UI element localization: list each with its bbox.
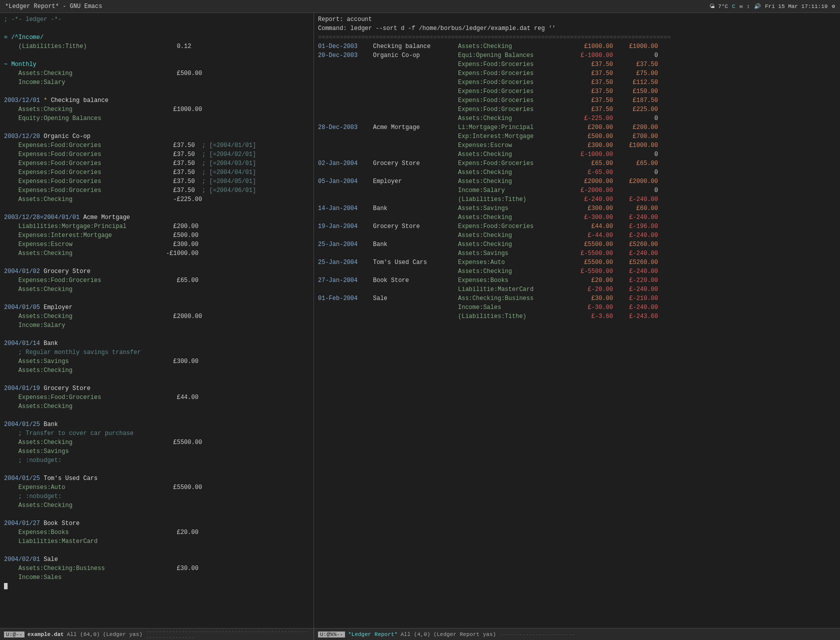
status-bar: U:@-- example.dat All (64,0) (Ledger yas… — [0, 628, 840, 640]
entry-row: 25-Jan-2004 Bank Assets:Checking £5500.0… — [318, 240, 836, 249]
entry-row: Exp:Interest:Mortgage £500.00 £700.00 — [318, 132, 836, 141]
entry-row: Assets:Savings £-5500.00 £-240.00 — [318, 249, 836, 258]
refresh-icon[interactable]: C — [732, 4, 736, 10]
entry-row: Liabilitie:MasterCard £-20.00 £-240.00 — [318, 285, 836, 294]
entry-row: Assets:Checking £-300.00 £-240.00 — [318, 213, 836, 222]
entry-row: Assets:Checking £-65.00 0 — [318, 168, 836, 177]
entry-row: Expens:Food:Groceries £37.50 £112.50 — [318, 78, 836, 87]
entry-row: (Liabilities:Tithe) £-3.60 £-243.60 — [318, 312, 836, 321]
entry-row: 01-Feb-2004 Sale Ass:Checking:Business £… — [318, 294, 836, 303]
status-mode2-right: (Ledger Report yas) — [434, 632, 496, 638]
status-fill-right: ----------------------- — [499, 632, 836, 638]
entry-row: Assets:Checking £-5500.00 £-240.00 — [318, 267, 836, 276]
title-bar: *Ledger Report* - GNU Emacs 🌤 7°C C ✉ ↕ … — [0, 0, 840, 13]
entry-row: Expenses:Escrow £300.00 £1000.00 — [318, 141, 836, 150]
status-fill-left: ----------------------------------------… — [146, 628, 310, 640]
entry-row: Expens:Food:Groceries £37.50 £225.00 — [318, 105, 836, 114]
left-pane[interactable]: ; -*- ledger -*- = /^Income/ (Liabilitie… — [0, 13, 314, 628]
right-header: Report: account Command: ledger --sort d… — [318, 15, 836, 42]
status-filename: example.dat — [28, 632, 64, 638]
title-text: *Ledger Report* - GNU Emacs — [5, 3, 102, 10]
left-content: ; -*- ledger -*- = /^Income/ (Liabilitie… — [4, 15, 310, 591]
entry-row: 20-Dec-2003 Organic Co-op Equi:Opening B… — [318, 51, 836, 60]
entry-row: (Liabilities:Tithe) £-240.00 £-240.00 — [318, 195, 836, 204]
entry-row: Income:Sales £-30.00 £-240.00 — [318, 303, 836, 312]
status-mode-left: U:@-- — [4, 632, 24, 638]
entry-row: 28-Dec-2003 Acme Mortgage Li:Mortgage:Pr… — [318, 123, 836, 132]
volume-icon[interactable]: 🔊 — [754, 3, 761, 10]
status-mode2-left: (Ledger yas) — [103, 632, 142, 638]
status-info-left: All (64,0) — [67, 632, 100, 638]
entry-row: Assets:Checking £-44.00 £-240.00 — [318, 231, 836, 240]
status-bufname: *Ledger Report* — [348, 632, 398, 638]
entry-row: 05-Jan-2004 Employer Assets:Checking £20… — [318, 177, 836, 186]
entry-row: 27-Jan-2004 Book Store Expenses:Books £2… — [318, 276, 836, 285]
entry-row: Income:Salary £-2000.00 0 — [318, 186, 836, 195]
entry-row: 14-Jan-2004 Bank Assets:Savings £300.00 … — [318, 204, 836, 213]
entry-row: Expens:Food:Groceries £37.50 £150.00 — [318, 87, 836, 96]
settings-icon[interactable]: ⚙ — [832, 3, 835, 10]
entry-row: Expens:Food:Groceries £37.50 £37.50 — [318, 60, 836, 69]
weather-icon: 🌤 7°C — [710, 3, 728, 10]
entry-row: Expens:Food:Groceries £37.50 £187.50 — [318, 96, 836, 105]
email-icon[interactable]: ✉ — [740, 3, 743, 10]
entry-row: 19-Jan-2004 Grocery Store Expens:Food:Gr… — [318, 222, 836, 231]
right-pane[interactable]: Report: account Command: ledger --sort d… — [314, 13, 840, 628]
entry-row: 25-Jan-2004 Tom's Used Cars Expenses:Aut… — [318, 258, 836, 267]
network-icon: ↕ — [746, 4, 750, 10]
entry-row: Assets:Checking £-1000.00 0 — [318, 150, 836, 159]
datetime: Fri 15 Mar 17:11:19 — [765, 4, 828, 10]
entry-row: Expens:Food:Groceries £37.50 £75.00 — [318, 69, 836, 78]
entry-row: 01-Dec-2003 Checking balance Assets:Chec… — [318, 42, 836, 51]
status-mode-right: U:@%%-- — [318, 632, 345, 638]
status-info-right: All (4,0) — [400, 632, 430, 638]
entry-row: Assets:Checking £-225.00 0 — [318, 114, 836, 123]
entry-row: 02-Jan-2004 Grocery Store Expens:Food:Gr… — [318, 159, 836, 168]
